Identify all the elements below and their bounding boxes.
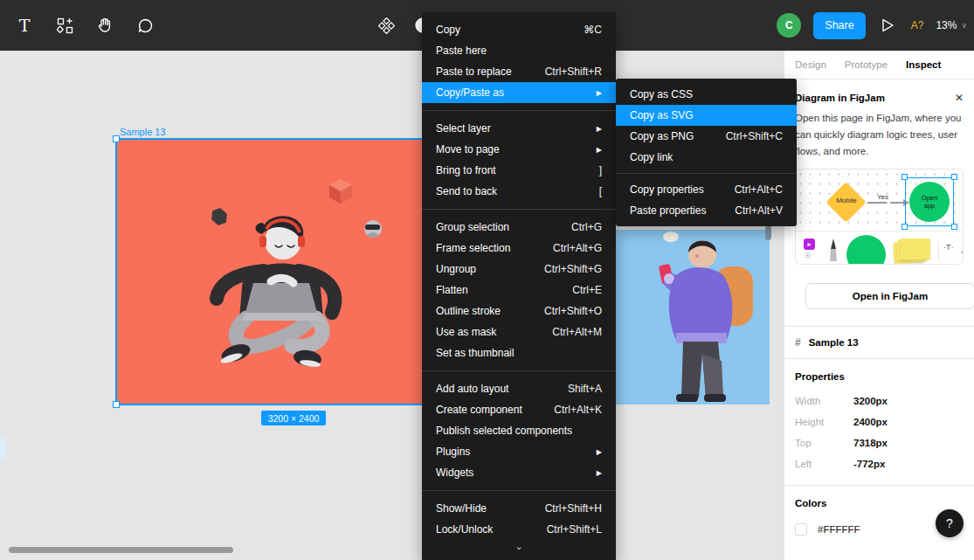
open-in-figjam-button[interactable]: Open in FigJam (805, 283, 974, 309)
submenu-arrow-icon: ▶ (597, 125, 602, 133)
menu-item-publish-selected-components[interactable]: Publish selected components (422, 420, 616, 441)
properties-title: Properties (795, 371, 964, 382)
figjam-description: Open this page in FigJam, where you can … (795, 110, 964, 160)
menu-item-create-component[interactable]: Create component Ctrl+Alt+K (422, 399, 616, 420)
menu-item-bring-to-front[interactable]: Bring to front ] (422, 160, 616, 181)
tab-inspect[interactable]: Inspect (906, 59, 941, 70)
menu-item-widgets[interactable]: Widgets ▶ (422, 462, 616, 483)
zoom-control[interactable]: 13% ∨ (936, 19, 967, 31)
figjam-connector-icon (960, 241, 964, 255)
menu-more-chevron-icon[interactable]: ⌄ (422, 540, 616, 556)
menu-item-show-hide[interactable]: Show/Hide Ctrl+Shift+H (422, 498, 616, 519)
help-button[interactable]: ? (936, 509, 964, 537)
figjam-shape-icon (846, 235, 886, 265)
colors-title: Colors (795, 498, 964, 508)
horizontal-scrollbar[interactable] (9, 547, 233, 553)
figjam-toolbar-strip: ▸ ☉ ·T· (796, 231, 963, 265)
figjam-promo: Diagram in FigJam ✕ Open this page in Fi… (784, 80, 974, 309)
color-swatch-white[interactable] (795, 523, 807, 536)
figjam-diamond-label: Mobile (827, 197, 866, 204)
submenu-arrow-icon: ▶ (597, 146, 602, 154)
figjam-sticky-icon (901, 239, 930, 259)
menu-item-paste-here[interactable]: Paste here (422, 40, 616, 61)
vertical-scrollbar[interactable] (765, 225, 771, 240)
figjam-text-tool-icon: ·T· (943, 243, 954, 252)
figjam-edge (867, 202, 887, 204)
property-row-width: Width 3200px (795, 391, 964, 411)
figjam-title: Diagram in FigJam (795, 93, 885, 103)
frame-icon: # (795, 336, 801, 349)
menu-item-select-layer[interactable]: Select layer ▶ (422, 118, 616, 139)
copy-paste-as-submenu: Copy as CSS Copy as SVG Copy as PNG Ctrl… (616, 79, 797, 226)
inspector-panel: Design Prototype Inspect Diagram in FigJ… (784, 51, 974, 560)
figjam-selection-box (905, 177, 954, 226)
property-row-top: Top 7318px (795, 432, 964, 453)
figjam-edge (890, 202, 904, 204)
menu-item-frame-selection[interactable]: Frame selection Ctrl+Alt+G (422, 238, 616, 259)
panel-tabs: Design Prototype Inspect (784, 51, 974, 80)
selected-frame-sample-13[interactable] (115, 138, 470, 405)
offscreen-frame-sliver (0, 437, 6, 461)
menu-item-copy[interactable]: Copy ⌘C (422, 19, 616, 40)
comment-tool-icon[interactable] (135, 15, 155, 36)
text-tool-icon[interactable]: T (14, 15, 35, 36)
menu-item-paste-to-replace[interactable]: Paste to replace Ctrl+Shift+R (422, 61, 616, 82)
submenu-arrow-icon: ▶ (597, 448, 602, 456)
selection-handle-bottom-left[interactable] (113, 401, 120, 408)
menu-item-set-as-thumbnail[interactable]: Set as thumbnail (422, 342, 616, 363)
zoom-level: 13% (936, 19, 957, 31)
figjam-hand-tool-icon: ☉ (805, 252, 811, 259)
submenu-item-copy-link[interactable]: Copy link (616, 147, 797, 168)
menu-item-plugins[interactable]: Plugins ▶ (422, 441, 616, 462)
component-tool-icon[interactable] (376, 15, 397, 36)
selected-layer-row[interactable]: # Sample 13 (784, 326, 974, 359)
property-row-height: Height 2400px (795, 411, 964, 432)
menu-item-group-selection[interactable]: Group selection Ctrl+G (422, 217, 616, 238)
menu-item-outline-stroke[interactable]: Outline stroke Ctrl+Shift+O (422, 301, 616, 321)
menu-item-copy-paste-as[interactable]: Copy/Paste as ▶ (422, 82, 616, 103)
avatar[interactable]: C (777, 13, 801, 38)
properties-section: Properties Width 3200px Height 2400px To… (784, 359, 974, 486)
laptop-person-illustration (117, 140, 468, 404)
tab-design[interactable]: Design (795, 59, 826, 70)
missing-font-indicator[interactable]: A? (911, 19, 924, 31)
submenu-item-copy-as-css[interactable]: Copy as CSS (616, 84, 797, 105)
figjam-preview: Mobile Yes Open app ▸ ☉ (795, 169, 964, 265)
hand-tool-icon[interactable] (94, 15, 115, 36)
menu-item-use-as-mask[interactable]: Use as mask Ctrl+Alt+M (422, 321, 616, 342)
submenu-item-copy-properties[interactable]: Copy properties Ctrl+Alt+C (616, 179, 797, 200)
figjam-cursor-tool-icon: ▸ (804, 239, 815, 250)
chevron-down-icon: ∨ (961, 21, 967, 30)
share-button[interactable]: Share (813, 12, 865, 39)
submenu-item-copy-as-svg[interactable]: Copy as SVG (616, 105, 797, 126)
frame-dimensions-badge: 3200 × 2400 (261, 411, 326, 425)
property-row-left: Left -772px (795, 453, 964, 474)
submenu-item-paste-properties[interactable]: Paste properties Ctrl+Alt+V (616, 200, 797, 221)
figjam-edge-label: Yes (875, 193, 890, 201)
layer-name: Sample 13 (809, 337, 859, 348)
menu-item-flatten[interactable]: Flatten Ctrl+E (422, 280, 616, 301)
selection-handle-top-left[interactable] (113, 135, 120, 142)
submenu-arrow-icon: ▶ (597, 89, 602, 97)
menu-item-add-auto-layout[interactable]: Add auto layout Shift+A (422, 378, 616, 399)
present-icon[interactable] (878, 15, 899, 36)
color-hex[interactable]: #FFFFFF (818, 524, 860, 535)
menu-item-send-to-back[interactable]: Send to back [ (422, 181, 616, 202)
menu-item-lock-unlock[interactable]: Lock/Unlock Ctrl+Shift+L (422, 519, 616, 540)
figjam-marker-icon (827, 237, 839, 261)
close-icon[interactable]: ✕ (955, 92, 964, 104)
canvas-frame-label[interactable]: Sample 13 (120, 127, 166, 137)
figjam-strip-divider (938, 242, 939, 259)
figma-app: Sample 13 (0, 0, 974, 560)
shape-tools-icon[interactable] (54, 15, 75, 36)
submenu-arrow-icon: ▶ (597, 469, 602, 477)
menu-item-ungroup[interactable]: Ungroup Ctrl+Shift+G (422, 259, 616, 280)
tab-prototype[interactable]: Prototype (845, 59, 888, 70)
submenu-item-copy-as-png[interactable]: Copy as PNG Ctrl+Shift+C (616, 126, 797, 147)
menu-item-move-to-page[interactable]: Move to page ▶ (422, 139, 616, 160)
context-menu: Copy ⌘C Paste here Paste to replace Ctrl… (422, 12, 616, 560)
